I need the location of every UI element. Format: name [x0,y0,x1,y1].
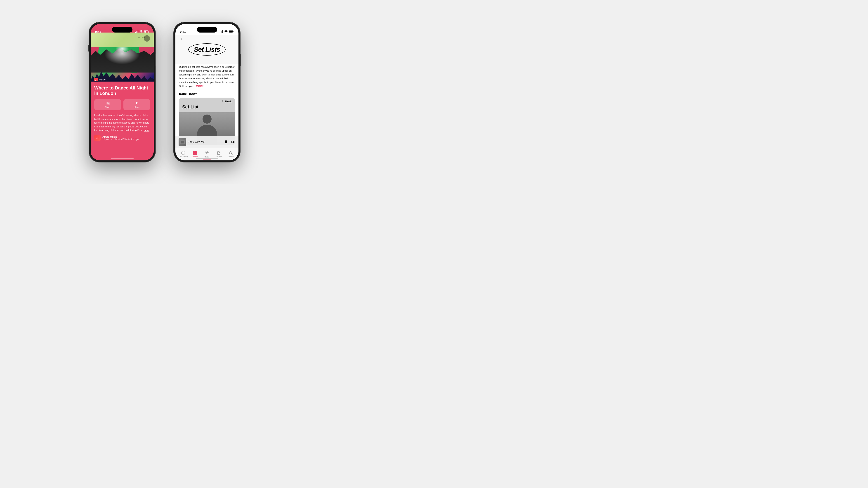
library-icon [217,151,221,155]
status-time-left: 9:41 [95,30,101,33]
body-text: London has scores of joyful, sweaty danc… [94,114,149,131]
svg-point-16 [206,152,208,154]
now-playing-bar: Stay With Me ⏸ ⏭ [176,136,239,148]
search-icon [228,151,233,155]
svg-line-18 [231,154,232,155]
tab-library[interactable]: Library [213,151,225,158]
svg-rect-7 [221,31,222,33]
now-playing-album-art [180,140,185,144]
tab-radio-label: Radio [205,156,209,158]
close-button[interactable]: × [144,35,150,41]
status-time-right: 9:41 [180,30,186,33]
phone-left-screen: LEYTON 9:41 [91,24,154,160]
less-link[interactable]: Less [144,129,149,131]
wifi-icon-left [140,30,143,33]
card-music-label: Music [225,100,232,103]
phone2-content: ‹ Set Lists Digging up set lists has alw… [176,24,239,160]
radio-icon [204,151,209,156]
browse-icon [193,151,197,155]
signal-icon-left [135,30,138,33]
tab-search[interactable]: Search [225,151,237,158]
dynamic-island-right [197,27,217,33]
description-text: Digging up set lists has always been a c… [179,66,235,88]
pause-button[interactable]: ⏸ [224,140,228,144]
dynamic-island-left [112,27,132,33]
battery-icon-left [144,31,149,33]
more-link[interactable]: MORE [196,85,204,88]
tab-listen-now-label: Listen Now [179,156,188,158]
back-icon: ‹ [181,36,182,42]
article-content: Where to Dance All Night in London ↓⊞ Sa… [91,82,154,160]
share-label: Share [133,106,140,108]
svg-rect-15 [195,153,197,155]
card-header: Music [221,100,232,103]
home-indicator-left [111,158,133,159]
svg-rect-6 [221,31,221,33]
status-icons-right [220,30,234,33]
artist-label: Kane Brown [179,92,197,96]
tab-browse[interactable]: Browse [189,151,201,158]
phone-left: LEYTON 9:41 [89,22,156,162]
svg-rect-14 [193,153,195,155]
svg-rect-0 [135,32,135,33]
apple-music-logo-left [94,78,98,81]
apple-music-icon-footer [94,135,101,141]
set-lists-logo: Set Lists [188,43,225,56]
signal-icon-right [220,30,223,33]
tab-library-label: Library [216,156,221,158]
save-icon: ↓⊞ [105,101,110,105]
set-lists-description: Digging up set lists has always been a c… [179,65,235,88]
tab-listen-now[interactable]: Listen Now [177,151,189,158]
battery-icon-right [229,31,234,33]
phone-right: 9:41 [174,22,240,162]
tab-browse-label: Browse [192,156,198,158]
svg-rect-2 [137,31,137,33]
svg-rect-4 [94,78,98,81]
svg-rect-10 [181,141,184,143]
listen-now-icon [181,151,185,155]
article-source-info: Apple Music 11 places · Updated 53 minut… [102,135,138,140]
now-playing-controls: ⏸ ⏭ [224,140,235,144]
back-button[interactable]: ‹ [179,36,185,42]
tab-radio[interactable]: Radio [201,151,213,158]
svg-rect-3 [138,30,138,33]
article-actions: ↓⊞ Save ⬆ Share [94,99,150,110]
card-title: Set List [182,104,198,109]
set-lists-logo-text: Set Lists [194,46,220,53]
phone-right-screen: 9:41 [176,24,239,160]
source-meta: 11 places · Updated 53 minutes ago [102,138,138,140]
article-title: Where to Dance All Night in London [94,85,150,96]
apple-music-logo-card [221,100,224,103]
home-indicator-right [196,158,218,159]
save-label: Save [105,106,110,108]
skip-forward-button[interactable]: ⏭ [231,140,235,144]
article-footer: Apple Music 11 places · Updated 53 minut… [94,135,150,141]
svg-rect-8 [222,30,223,33]
scene: LEYTON 9:41 [89,22,240,162]
source-name: Apple Music [102,135,138,138]
tab-search-label: Search [228,156,234,158]
apple-music-badge: Music [94,78,105,81]
article-body: London has scores of joyful, sweaty danc… [94,113,150,132]
close-icon: × [146,37,148,40]
now-playing-thumbnail [179,138,186,146]
svg-rect-12 [193,151,195,153]
active-tab-indicator [203,159,211,160]
apple-music-text-left: Music [99,78,105,81]
now-playing-title: Stay With Me [188,140,222,144]
svg-rect-13 [195,151,197,153]
status-icons-left [135,30,149,33]
wifi-icon-right [224,30,228,33]
share-icon: ⬆ [135,101,138,105]
person-head [203,115,212,124]
svg-rect-1 [136,31,136,33]
svg-rect-5 [220,32,220,33]
apple-music-logo-footer [96,136,99,140]
save-button[interactable]: ↓⊞ Save [94,99,121,110]
share-button[interactable]: ⬆ Share [123,99,150,110]
